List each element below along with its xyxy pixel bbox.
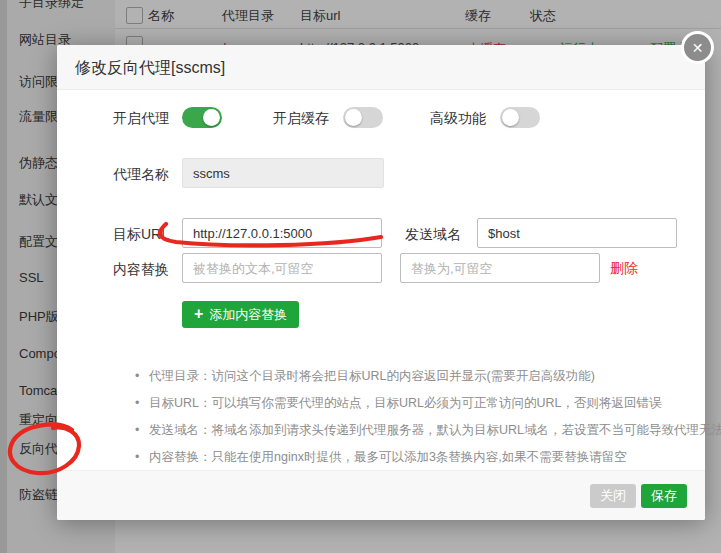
toggle-knob xyxy=(203,109,220,126)
edit-reverse-proxy-dialog: 修改反向代理[sscms] ✕ 开启代理开启缓存高级功能 代理名称 目标URL … xyxy=(57,45,705,520)
help-tip-1: 目标URL：可以填写你需要代理的站点，目标URL必须为可正常访问的URL，否则将… xyxy=(135,390,695,417)
proxy-name-label: 代理名称 xyxy=(113,166,169,184)
toggle-switch-2[interactable] xyxy=(500,107,540,128)
help-tips: 代理目录：访问这个目录时将会把目标URL的内容返回并显示(需要开启高级功能)目标… xyxy=(135,363,695,471)
target-url-label: 目标URL xyxy=(113,226,169,244)
toggle-knob xyxy=(345,109,362,126)
toggle-knob xyxy=(502,109,519,126)
help-tip-0: 代理目录：访问这个目录时将会把目标URL的内容返回并显示(需要开启高级功能) xyxy=(135,363,695,390)
replace-from-input[interactable] xyxy=(182,253,382,283)
replace-to-input[interactable] xyxy=(400,253,600,283)
target-url-input[interactable] xyxy=(182,218,382,248)
toggle-switch-1[interactable] xyxy=(343,107,383,128)
send-domain-input[interactable] xyxy=(477,218,677,248)
close-button[interactable]: 关闭 xyxy=(590,484,636,508)
delete-replace-link[interactable]: 删除 xyxy=(610,260,638,278)
dialog-title-bar: 修改反向代理[sscms] xyxy=(57,45,705,90)
proxy-name-input xyxy=(182,158,384,188)
plus-icon: + xyxy=(194,306,203,322)
content-replace-label: 内容替换 xyxy=(113,261,169,279)
save-button[interactable]: 保存 xyxy=(641,484,687,508)
dialog-title: 修改反向代理[sscms] xyxy=(75,58,225,79)
help-tip-3: 内容替换：只能在使用nginx时提供，最多可以添加3条替换内容,如果不需要替换请… xyxy=(135,444,695,471)
dialog-footer: 关闭 保存 xyxy=(57,470,705,520)
help-tip-2: 发送域名：将域名添加到请求头传递到代理服务器，默认为目标URL域名，若设置不当可… xyxy=(135,417,695,444)
toggle-label-1: 开启缓存 xyxy=(273,110,329,128)
add-content-replace-button[interactable]: + 添加内容替换 xyxy=(182,301,299,328)
screen: 子目录绑定网站目录访问限制流量限制伪静态默认文档配置文件SSLPHP版本Comp… xyxy=(0,0,721,553)
toggle-label-2: 高级功能 xyxy=(430,110,486,128)
close-icon[interactable]: ✕ xyxy=(681,31,714,64)
send-domain-label: 发送域名 xyxy=(405,226,461,244)
toggle-label-0: 开启代理 xyxy=(113,110,169,128)
toggle-switch-0[interactable] xyxy=(182,107,222,128)
